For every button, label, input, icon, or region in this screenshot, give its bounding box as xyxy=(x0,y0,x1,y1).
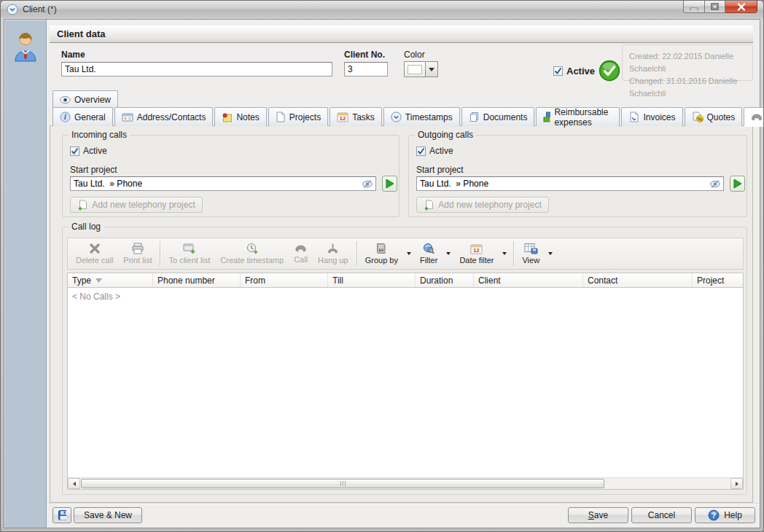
page-icon xyxy=(276,112,286,122)
outgoing-active-label: Active xyxy=(429,146,453,156)
play-icon xyxy=(733,179,742,189)
incoming-add-project-label: Add new telephony project xyxy=(92,200,195,210)
column-header-phone-number[interactable]: Phone number xyxy=(153,273,241,287)
save-button[interactable]: Save xyxy=(568,507,628,523)
create-timestamp-button[interactable]: Create timestamp xyxy=(215,240,289,267)
delete-call-button[interactable]: Delete call xyxy=(71,240,118,267)
tab-notes[interactable]: Notes xyxy=(214,107,266,126)
column-header-client[interactable]: Client xyxy=(474,273,583,287)
scroll-right-button[interactable] xyxy=(730,478,743,489)
grip-line xyxy=(345,481,346,486)
tab-invoices[interactable]: Invoices xyxy=(621,107,682,126)
incoming-active-checkbox[interactable] xyxy=(70,146,79,156)
main-area: Client data Name Client No. Color Active xyxy=(47,20,760,528)
name-input[interactable] xyxy=(61,62,332,77)
tab-address-contacts[interactable]: Address/Contacts xyxy=(114,107,214,126)
tab-quotes[interactable]: % Quotes xyxy=(685,107,743,126)
hang-up-button[interactable]: Hang up xyxy=(313,240,354,267)
column-header-contact[interactable]: Contact xyxy=(583,273,693,287)
date-filter-dropdown[interactable] xyxy=(499,240,510,267)
print-list-button[interactable]: Print list xyxy=(118,240,157,267)
title-bar[interactable]: Client (*) xyxy=(1,1,763,18)
column-label: Till xyxy=(332,275,343,286)
column-label: Phone number xyxy=(157,275,215,286)
call-log-toolbar: Delete call Print list To client list xyxy=(67,238,744,270)
column-header-type[interactable]: Type xyxy=(68,273,153,287)
tab-telephony[interactable]: Telephony xyxy=(744,107,764,126)
cancel-button[interactable]: Cancel xyxy=(631,507,692,523)
to-client-list-button[interactable]: To client list xyxy=(163,240,215,267)
scrollbar-thumb[interactable] xyxy=(81,479,604,488)
column-header-from[interactable]: From xyxy=(241,273,328,287)
outgoing-start-button[interactable] xyxy=(730,176,745,192)
call-label: Call xyxy=(294,255,308,264)
active-checkbox[interactable] xyxy=(553,66,563,76)
color-picker[interactable] xyxy=(404,61,438,77)
call-log-body: < No Calls > xyxy=(68,288,743,477)
filter-dropdown[interactable] xyxy=(443,240,454,267)
scroll-left-button[interactable] xyxy=(68,478,80,489)
tab-timestamps-label: Timestamps xyxy=(405,112,453,122)
outgoing-add-project-button[interactable]: Add new telephony project xyxy=(416,197,549,213)
minimize-icon xyxy=(690,4,698,10)
minimize-button[interactable] xyxy=(683,1,705,13)
eye-slash-icon[interactable] xyxy=(709,179,721,189)
contact-card-icon xyxy=(122,112,133,122)
column-header-till[interactable]: Till xyxy=(328,273,416,287)
phone-icon xyxy=(295,243,307,254)
sidebar xyxy=(4,20,47,528)
client-form: Client data Name Client No. Color Active xyxy=(4,19,760,528)
quick-save-button[interactable] xyxy=(52,507,71,523)
check-icon xyxy=(417,147,425,155)
group-by-dropdown[interactable] xyxy=(403,240,415,267)
incoming-start-button[interactable] xyxy=(382,176,397,192)
incoming-add-project-button[interactable]: Add new telephony project xyxy=(70,197,203,213)
incoming-calls-title: Incoming calls xyxy=(69,130,130,140)
close-button[interactable] xyxy=(725,1,757,13)
column-header-duration[interactable]: Duration xyxy=(416,273,474,287)
view-grid-icon xyxy=(524,243,538,254)
tab-overview[interactable]: Overview xyxy=(52,90,118,109)
tab-documents[interactable]: Documents xyxy=(461,107,535,126)
tab-projects[interactable]: Projects xyxy=(268,107,328,126)
arrow-left-icon xyxy=(73,482,76,486)
tab-timestamps[interactable]: Timestamps xyxy=(383,107,460,126)
maximize-icon xyxy=(711,3,719,10)
outgoing-active-checkbox[interactable] xyxy=(416,146,426,156)
telephony-panel: Incoming calls Active Start project xyxy=(50,125,753,503)
tab-reimbursable-expenses[interactable]: Reimbursable expenses xyxy=(536,107,620,126)
maximize-button[interactable] xyxy=(705,1,725,13)
printer-icon xyxy=(131,243,144,254)
save-and-new-button[interactable]: Save & New xyxy=(74,507,142,523)
outgoing-add-project-label: Add new telephony project xyxy=(438,200,541,210)
column-header-project[interactable]: Project xyxy=(693,273,743,287)
date-filter-button[interactable]: 12 Date filter xyxy=(454,240,499,267)
view-button[interactable]: View xyxy=(517,240,545,267)
color-swatch[interactable] xyxy=(404,61,426,77)
outgoing-start-project-input[interactable] xyxy=(417,177,707,190)
delete-icon xyxy=(88,243,101,254)
filter-button[interactable]: Filter xyxy=(415,240,443,267)
column-label: Duration xyxy=(420,275,453,286)
tab-general[interactable]: i General xyxy=(52,107,113,126)
tab-tasks[interactable]: 12 Tasks xyxy=(330,107,382,126)
client-no-input[interactable] xyxy=(344,62,388,77)
floppy-disk-icon xyxy=(58,509,66,521)
save-label: Save xyxy=(588,510,608,520)
active-row: Active xyxy=(553,60,620,82)
group-by-button[interactable]: Group by xyxy=(360,240,403,267)
color-label: Color xyxy=(404,50,425,60)
help-button[interactable]: ? Help xyxy=(695,507,755,523)
chevron-down-icon xyxy=(429,68,434,71)
call-log-table: Type Phone number From Till Duration Cli… xyxy=(67,273,744,490)
horizontal-scrollbar[interactable] xyxy=(68,477,743,489)
svg-text:i: i xyxy=(64,113,66,121)
view-dropdown[interactable] xyxy=(545,240,556,267)
call-button[interactable]: Call xyxy=(289,240,313,267)
play-icon xyxy=(385,179,394,189)
active-label: Active xyxy=(566,66,595,77)
eye-slash-icon[interactable] xyxy=(362,179,373,189)
color-dropdown-button[interactable] xyxy=(426,61,438,77)
incoming-start-project-input[interactable] xyxy=(71,177,359,190)
column-label: Type xyxy=(72,275,91,286)
